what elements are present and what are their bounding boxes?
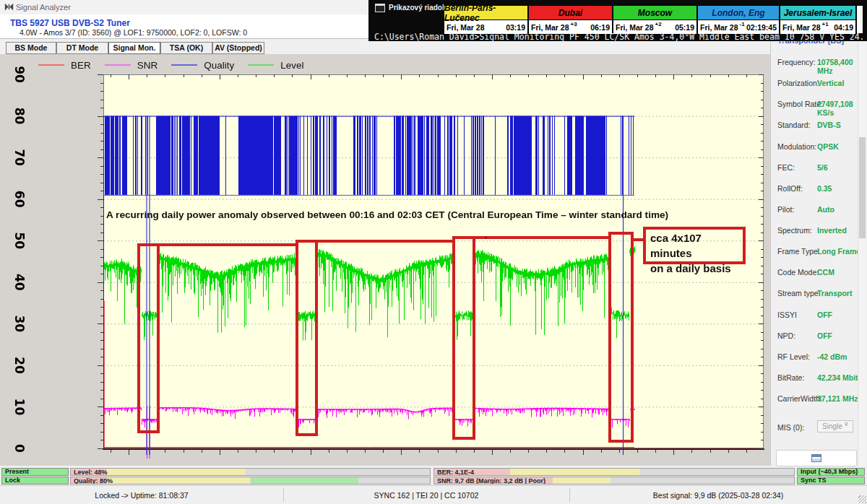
clock-time: 06:19 <box>590 23 610 32</box>
present-indicator: Present <box>1 468 69 476</box>
clock-date: Fri, Mar 28 <box>700 23 738 32</box>
sidebar-label-10: Code Mode: <box>777 268 819 277</box>
monitor-icon <box>811 454 821 462</box>
sidebar-label-15: BitRate: <box>777 373 804 382</box>
level-bar: Level: 48% <box>70 468 431 476</box>
legend-swatch-snr <box>105 64 131 66</box>
sidebar-value-12: OFF <box>817 310 832 319</box>
bar-label: Quality: 80% <box>74 477 113 485</box>
clock-utc-offset: +1 <box>822 21 834 27</box>
tab-signal-mon-[interactable]: Signal Mon. <box>108 42 160 54</box>
legend-swatch-quality <box>171 64 197 66</box>
clock-moscow: MoscowFri, Mar 28+205:19 <box>613 6 698 34</box>
sidebar-label-14: RF Level: <box>777 352 810 361</box>
bar-segment <box>107 477 251 484</box>
scrollbar-thumb[interactable] <box>859 137 866 238</box>
legend-swatch-ber <box>38 64 64 66</box>
clock-dubai: DubaiFri, Mar 28+306:19 <box>529 6 613 34</box>
tab-dt-mode[interactable]: DT Mode <box>56 42 108 54</box>
sidebar-value-5: 5/6 <box>817 163 828 172</box>
world-clocks: Berlin-Paris-LučenecFri, Mar 2803:19Duba… <box>444 5 856 35</box>
anomaly-duration-callout: cca 4x107 minutes on a daily basis <box>643 227 746 264</box>
app-icon <box>4 2 14 12</box>
sidebar-label-11: Stream type: <box>777 289 821 297</box>
sidebar-label-8: Spectrum: <box>777 226 812 235</box>
sidebar-label-2: Symbol Rate: <box>777 100 823 108</box>
quality-bar: Quality: 80% <box>70 477 431 485</box>
sidebar-label-3: Standard: <box>777 121 811 129</box>
tab-bs-mode[interactable]: BS Mode <box>6 42 56 54</box>
chart-legend: BERSNRQualityLevel <box>38 58 318 71</box>
sidebar-value-1: Vertical <box>817 79 844 87</box>
bar-segment <box>553 477 611 484</box>
clock-date: Fri, Mar 28 <box>447 23 485 32</box>
sidebar-label-1: Polarization: <box>777 79 819 87</box>
clock-time: 03:19 <box>506 23 525 32</box>
clock-city: Jerusalem-Israel <box>780 6 855 20</box>
legend-item-snr: SNR <box>105 60 158 71</box>
clock-utc-offset: +2 <box>655 21 676 27</box>
sidebar-value-4: QPSK <box>817 142 839 151</box>
sidebar-value-11: Transport <box>817 289 852 297</box>
clock-date: Fri, Mar 28 <box>531 23 569 32</box>
legend-item-quality: Quality <box>171 60 234 71</box>
sidebar-label-5: FEC: <box>777 163 795 172</box>
tab-av-stopped-[interactable]: AV (Stopped) <box>212 42 264 54</box>
terminal-title: Príkazový riadok <box>389 4 446 12</box>
legend-item-level: Level <box>248 60 303 71</box>
sidebar-tool-button[interactable] <box>776 450 857 466</box>
clock-city: London, Eng <box>698 6 779 20</box>
clock-utc-offset: +3 <box>571 21 591 27</box>
clock-time: 02:19:45 <box>746 23 777 32</box>
chevron-down-icon: ∨ <box>844 420 849 427</box>
resize-grip[interactable] <box>858 495 866 503</box>
clock-city: Dubai <box>529 6 612 20</box>
tuner-info-strip: TBS 5927 USB DVB-S2 Tuner 4.0W - Amos 3/… <box>0 14 368 38</box>
transponder-sidebar: Transponder [BS] Frequency:10758,400 MHz… <box>770 0 867 466</box>
sidebar-value-13: OFF <box>817 331 832 340</box>
bar-label: BER: 4,1E-4 <box>437 469 474 476</box>
clock-city: Berlin-Paris-Lučenec <box>444 6 527 20</box>
command-line[interactable]: C:\Users\Roman Dávid>Signal Monitoring_P… <box>374 32 863 42</box>
bar-segment <box>510 469 639 475</box>
bar-label: Level: 48% <box>74 469 108 476</box>
sidebar-value-9: Long Frame <box>817 247 860 256</box>
lock-indicator: Lock <box>1 477 69 485</box>
signal-chart-panel: BERSNRQualityLevel A recurring daily pow… <box>0 54 770 466</box>
clock-berlin-paris-lu-enec: Berlin-Paris-LučenecFri, Mar 2803:19 <box>444 6 529 34</box>
sidebar-value-6: 0.35 <box>817 184 832 193</box>
indicator-bars: PresentLockLevel: 48%Quality: 80%BER: 4,… <box>0 468 867 485</box>
sidebar-label-12: ISSYI <box>777 310 797 319</box>
clock-london-eng: London, EngFri, Mar 28-102:19:45 <box>698 6 780 34</box>
bar-segment <box>251 477 358 484</box>
legend-label: BER <box>71 60 91 71</box>
clock-date: Fri, Mar 28 <box>616 23 654 32</box>
clock-jerusalem-israel: Jerusalem-IsraelFri, Mar 28+104:19 <box>780 6 855 34</box>
legend-swatch-level <box>248 64 274 66</box>
bar-label: SNR: 9,7 dB (Margin: 3,2 dB | Poor) <box>437 477 545 485</box>
snr-bar: SNR: 9,7 dB (Margin: 3,2 dB | Poor) <box>434 477 795 485</box>
callout-line2: on a daily basis <box>650 261 743 276</box>
sync-ts-indicator: Sync TS <box>797 477 865 485</box>
sidebar-label-0: Frequency: <box>777 58 816 66</box>
clock-city: Moscow <box>613 6 696 20</box>
stray-dot: . <box>485 230 488 240</box>
mis-label: MIS (0): <box>777 423 804 432</box>
tab-tsa-ok-[interactable]: TSA (OK) <box>160 42 212 54</box>
legend-label: SNR <box>137 60 158 71</box>
anomaly-annotation-text: A recurring daily power anomaly observed… <box>106 209 728 220</box>
sidebar-value-3: DVB-S <box>817 121 841 129</box>
clock-time: 05:19 <box>675 23 694 32</box>
status-best-signal: Best signal: 9,9 dB (2025-03-28 02:34) <box>569 486 867 504</box>
sidebar-value-7: Auto <box>817 205 834 214</box>
window-sliver <box>857 6 863 33</box>
sidebar-value-10: CCM <box>817 268 834 277</box>
command-prompt-window[interactable]: Príkazový riadok Berlin-Paris-LučenecFri… <box>368 0 867 41</box>
sidebar-scrollbar[interactable] <box>858 41 866 466</box>
sidebar-value-16: 37,121 MHz <box>817 394 858 403</box>
window-title: Signal Analyzer <box>16 3 71 12</box>
input-rate-indicator: Input (~40,3 Mbps) <box>797 468 865 476</box>
bar-segment <box>107 469 245 475</box>
status-lock-uptime: Locked -> Uptime: 81:08:37 <box>0 486 283 504</box>
sidebar-label-9: Frame Type: <box>777 247 820 256</box>
